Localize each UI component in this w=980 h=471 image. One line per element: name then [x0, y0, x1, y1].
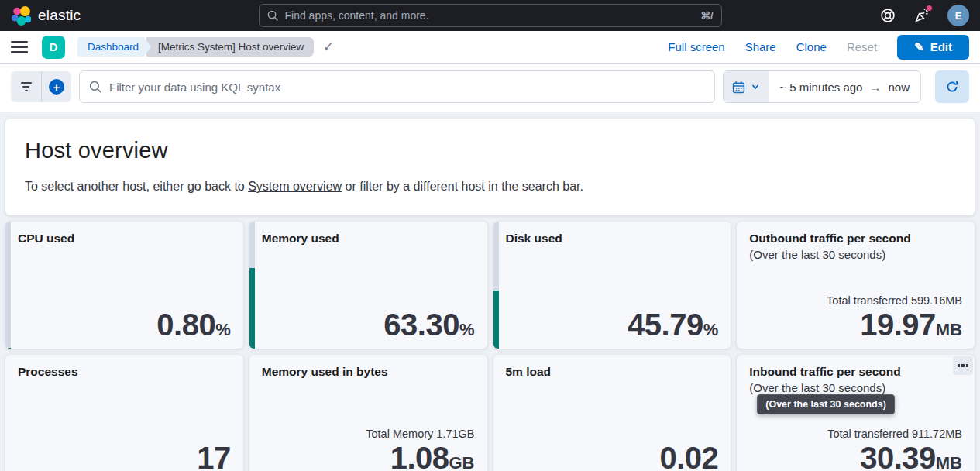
metric-value: 17 [197, 442, 231, 471]
metric-panel-cpu-used[interactable]: CPU used 0.80% [5, 222, 243, 349]
metric-panel-disk-used[interactable]: Disk used 45.79% [493, 222, 731, 349]
panel-title: 5m load [493, 355, 731, 379]
metric-secondary-label: Total transferred 911.72MB [827, 428, 962, 440]
menu-icon[interactable] [11, 41, 28, 53]
dashboard-canvas: Host overview To select another host, ei… [0, 112, 980, 471]
dashboard-toolbar: D Dashboard [Metrics System] Host overvi… [0, 31, 980, 64]
filter-icon [21, 82, 32, 91]
panel-title: Memory used in bytes [249, 355, 487, 379]
search-shortcut-hint: ⌘/ [700, 10, 714, 22]
global-search-placeholder: Find apps, content, and more. [285, 9, 694, 22]
breadcrumb: Dashboard [Metrics System] Host overview… [77, 37, 334, 57]
share-button[interactable]: Share [745, 40, 776, 53]
add-filter-button[interactable]: + [41, 71, 71, 102]
calendar-dropdown-button[interactable] [724, 71, 769, 102]
panel-title: Disk used [493, 222, 731, 246]
metric-secondary-label: Total transferred 599.16MB [827, 294, 962, 307]
edit-button[interactable]: ✎ Edit [897, 35, 969, 60]
user-avatar[interactable]: E [947, 5, 969, 26]
metric-panel-memory-used-in-bytes[interactable]: Memory used in bytes Total Memory 1.71GB… [249, 355, 487, 471]
clone-button[interactable]: Clone [796, 40, 827, 53]
system-overview-link[interactable]: System overview [248, 180, 342, 193]
progress-fill [493, 291, 499, 349]
kql-search-input[interactable]: Filter your data using KQL syntax [79, 70, 715, 103]
help-icon[interactable] [879, 7, 896, 24]
breadcrumb-current[interactable]: [Metrics System] Host overview [146, 37, 314, 57]
time-range-start[interactable]: ~ 5 minutes ago [779, 81, 862, 94]
time-range-end[interactable]: now [888, 81, 910, 94]
progress-fill [249, 268, 255, 349]
panel-title: Processes [5, 355, 243, 379]
filter-menu-button[interactable] [11, 71, 41, 102]
metric-panel-5m-load[interactable]: 5m load 0.02 [493, 355, 731, 471]
metric-value: 45.79% [628, 309, 718, 340]
chevron-down-icon [751, 82, 760, 91]
pencil-icon: ✎ [914, 41, 924, 53]
breadcrumb-dashboard[interactable]: Dashboard [77, 37, 151, 57]
arrow-right-icon: → [869, 81, 881, 94]
panel-title: Memory used [249, 222, 487, 246]
refresh-icon [945, 80, 959, 94]
reset-button[interactable]: Reset [847, 40, 877, 53]
global-search-input[interactable]: Find apps, content, and more. ⌘/ [259, 4, 722, 27]
panel-subtitle: (Over the last 30 seconds) [737, 246, 975, 261]
kql-placeholder: Filter your data using KQL syntax [109, 81, 280, 94]
host-overview-description: To select another host, either go back t… [25, 180, 955, 194]
metric-value: 1.08GB [366, 442, 474, 471]
panel-title: Outbound traffic per second [737, 222, 975, 246]
elastic-logo-icon [11, 5, 31, 26]
panel-subtitle: (Over the last 30 seconds) [737, 379, 975, 394]
progress-track [493, 222, 499, 349]
plus-icon: + [49, 79, 64, 95]
panel-title: Inbound traffic per second [737, 355, 975, 379]
metric-secondary-label: Total Memory 1.71GB [366, 428, 474, 440]
metric-panel-processes[interactable]: Processes 17 [5, 355, 243, 471]
metric-value: 63.30% [383, 309, 474, 340]
metric-panel-grid: CPU used 0.80% Memory used 63.30% Disk u… [5, 222, 975, 471]
news-feed-icon[interactable] [913, 7, 930, 24]
query-bar: + Filter your data using KQL syntax [0, 64, 980, 112]
global-header: elastic Find apps, content, and more. ⌘/ [0, 0, 980, 31]
check-icon[interactable]: ✓ [323, 40, 333, 54]
brand-name: elastic [38, 7, 81, 24]
elastic-logo[interactable]: elastic [11, 5, 81, 26]
progress-track [249, 222, 255, 349]
time-range-picker: ~ 5 minutes ago → now [723, 70, 921, 103]
metric-value: 0.80% [156, 309, 230, 340]
metric-value: 19.97MB [827, 309, 962, 340]
metric-value: 0.02 [659, 442, 718, 471]
markdown-panel-host-overview: Host overview To select another host, ei… [5, 119, 975, 215]
metric-panel-outbound-traffic[interactable]: Outbound traffic per second (Over the la… [737, 222, 975, 349]
panel-title: CPU used [5, 222, 243, 246]
metric-panel-inbound-traffic[interactable]: Inbound traffic per second (Over the las… [737, 355, 975, 471]
search-icon [267, 10, 279, 22]
notification-dot [926, 5, 933, 12]
metric-panel-memory-used[interactable]: Memory used 63.30% [249, 222, 487, 349]
progress-track [5, 222, 11, 349]
progress-fill [5, 348, 11, 349]
calendar-icon [732, 81, 745, 94]
space-avatar[interactable]: D [42, 36, 65, 59]
subtitle-tooltip: (Over the last 30 seconds) [757, 394, 895, 414]
search-icon [89, 81, 102, 94]
metric-value: 30.39MB [827, 442, 962, 471]
edit-button-label: Edit [930, 40, 952, 53]
page-title: Host overview [25, 138, 955, 163]
refresh-button[interactable] [935, 70, 969, 103]
full-screen-button[interactable]: Full screen [668, 40, 724, 53]
panel-options-button[interactable] [953, 356, 973, 375]
